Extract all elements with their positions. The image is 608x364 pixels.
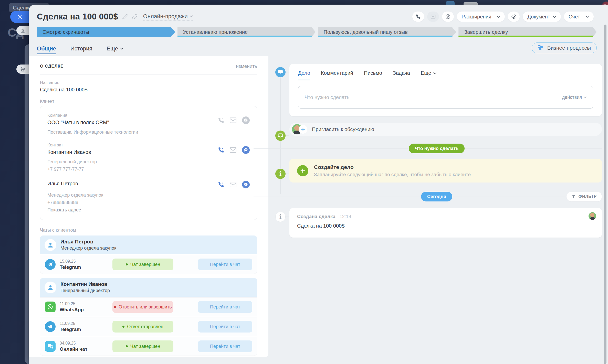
copy-link-icon[interactable]: [132, 14, 138, 19]
chat-channel: Telegram: [60, 327, 108, 332]
close-slider-button[interactable]: [10, 11, 29, 23]
print-button[interactable]: [16, 65, 29, 74]
stage-close-deal[interactable]: Завершить сделку: [458, 27, 597, 37]
hint-title: Создайте дело: [314, 164, 471, 170]
chats-section-title: Чаты с клиентом: [40, 228, 257, 233]
chat-contact-role: Генеральный директор: [60, 288, 110, 293]
deal-title: Сделка на 100 000$: [37, 12, 118, 22]
chat-date: 11.09.25: [60, 302, 108, 306]
timeline-entry-card[interactable]: Создана сделка 12:19 Сделка на 100 000$: [289, 208, 602, 238]
tab-letter[interactable]: Письмо: [364, 70, 382, 76]
chat-channel: Telegram: [60, 264, 108, 270]
chat-date: 04.09.25: [60, 341, 108, 346]
chat-date: 15.09.25: [60, 259, 108, 264]
button-divider: [583, 14, 583, 19]
telegram-icon: [45, 321, 56, 332]
collapse-slider-button[interactable]: [16, 26, 29, 35]
invoice-button[interactable]: Счёт: [564, 12, 594, 22]
add-user-icon: [299, 125, 307, 134]
mail-icon: [431, 14, 436, 19]
chevron-down-icon: [584, 97, 587, 98]
company-chat-icon[interactable]: [242, 116, 250, 124]
contact-name[interactable]: Илья Петров: [47, 181, 218, 187]
tab-activity[interactable]: Дело: [298, 70, 310, 76]
entry-author-avatar: [589, 212, 596, 220]
contact-name[interactable]: Контантин Иванов: [47, 149, 218, 155]
phone-icon: [416, 14, 421, 19]
about-section-title: О СДЕЛКЕ: [40, 64, 64, 69]
contact-mail-icon[interactable]: [230, 182, 236, 187]
vertical-scrollbar[interactable]: [604, 25, 606, 364]
stage-review[interactable]: Пользуюсь, довольный пишу отзыв: [318, 27, 456, 37]
chat-row: 11.09.25 Telegram Ответ отправлен Перейт…: [40, 317, 257, 336]
chat-group: Контантин Иванов Генеральный директор 11…: [40, 278, 257, 356]
edit-deal-link[interactable]: изменить: [236, 63, 257, 69]
status-dot: [114, 306, 116, 308]
chevron-down-icon: [585, 16, 589, 18]
client-card: Компания ООО "Чаты в полях CRM" Поставщи…: [40, 106, 257, 220]
go-to-chat-button[interactable]: Перейти в чат: [198, 340, 252, 352]
tab-history[interactable]: История: [70, 40, 92, 55]
tab-comment[interactable]: Комментарий: [321, 70, 353, 76]
actions-dropdown[interactable]: действия: [562, 95, 587, 100]
settings-button[interactable]: [508, 12, 520, 22]
close-icon: [17, 14, 22, 19]
funnel-icon: [572, 195, 576, 199]
pipeline-select[interactable]: Онлайн-продажи: [143, 13, 193, 20]
todo-input[interactable]: [305, 94, 562, 100]
invite-avatar: [292, 124, 308, 134]
company-mail-icon[interactable]: [230, 117, 236, 123]
show-address-link[interactable]: Показать адрес: [47, 207, 81, 213]
timeline-connector: [286, 217, 289, 217]
chat-sync-button[interactable]: [442, 12, 454, 22]
company-name[interactable]: ООО "Чаты в полях CRM": [47, 120, 218, 125]
extensions-button[interactable]: Расширения: [457, 12, 505, 22]
hint-subtitle: Запланируйте следующий шаг по сделке, чт…: [314, 172, 471, 177]
tab-task[interactable]: Задача: [393, 70, 410, 76]
composer-box: действия: [298, 86, 593, 109]
timeline-connector: [286, 135, 289, 136]
contact-call-icon[interactable]: [218, 181, 224, 188]
chat-group: Илья Петров Менеджер отдела закупок 15.0…: [40, 235, 257, 274]
chat-status-badge: Чат завершен: [112, 340, 173, 352]
timeline-connector: [286, 72, 289, 72]
go-to-chat-button[interactable]: Перейти в чат: [198, 259, 252, 270]
contact-chat-icon[interactable]: [242, 181, 250, 188]
timeline-discussion-marker-icon: [275, 131, 286, 141]
chevron-down-icon: [190, 15, 193, 17]
entry-time: 12:19: [340, 214, 351, 219]
filter-button[interactable]: ФИЛЬТР: [567, 192, 602, 201]
contact-role: Менеджер отдела закупок: [47, 192, 250, 198]
contact-phone: +78888888888: [47, 200, 250, 205]
stage-underline: [318, 36, 456, 37]
composer-card: Дело Комментарий Письмо Задача Еще дейст…: [289, 64, 602, 116]
timeline-tabs: Дело Комментарий Письмо Задача Еще: [298, 70, 593, 80]
stage-current[interactable]: Смотрю скриншоты: [37, 27, 175, 37]
tab-timeline-more[interactable]: Еще: [421, 70, 436, 76]
edit-title-icon[interactable]: [122, 14, 128, 19]
chevron-down-icon: [120, 48, 123, 50]
tab-general[interactable]: Общие: [37, 40, 56, 55]
business-processes-button[interactable]: Бизнес-процессы: [532, 42, 597, 53]
main-tabs: Общие История Еще Бизнес-процессы: [37, 40, 597, 55]
invite-label: Пригласить к обсуждению: [312, 126, 374, 132]
invite-to-discussion[interactable]: Пригласить к обсуждению: [289, 123, 602, 136]
go-to-chat-button[interactable]: Перейти в чат: [198, 321, 252, 333]
create-activity-hint[interactable]: Создайте дело Запланируйте следующий шаг…: [289, 159, 602, 183]
contact-mail-icon[interactable]: [230, 147, 236, 153]
document-button[interactable]: Документ: [523, 12, 561, 22]
go-to-chat-button[interactable]: Перейти в чат: [198, 301, 252, 313]
tab-more[interactable]: Еще: [107, 40, 123, 55]
today-pill: Сегодня: [421, 192, 452, 201]
contact-call-icon[interactable]: [218, 147, 224, 153]
status-dot: [126, 263, 128, 265]
gear-icon: [511, 14, 517, 19]
call-button[interactable]: [412, 12, 424, 22]
composer-row: Дело Комментарий Письмо Задача Еще дейст…: [289, 64, 602, 116]
company-call-icon[interactable]: [218, 117, 224, 123]
email-button[interactable]: [427, 12, 439, 22]
collapse-arrow-icon: [20, 28, 25, 33]
stage-install-app[interactable]: Устанавливаю приложение: [177, 27, 316, 37]
hint-row: i Создайте дело Запланируйте следующий ш…: [289, 159, 602, 183]
contact-chat-icon[interactable]: [242, 146, 250, 154]
